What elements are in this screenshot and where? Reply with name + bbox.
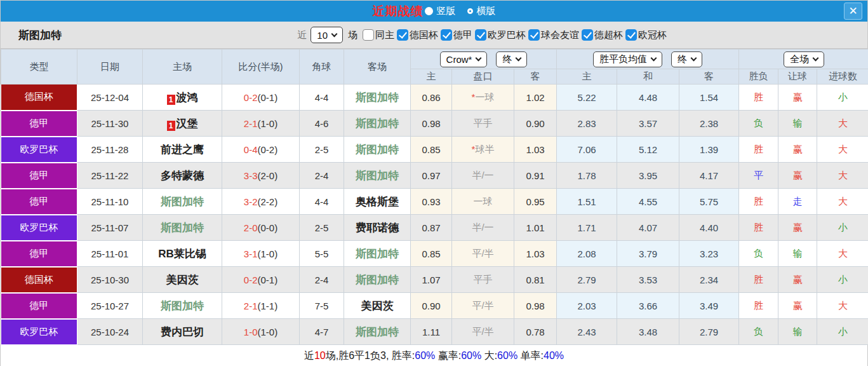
league-filter-label: 德超杯 bbox=[594, 29, 623, 41]
ah-home-odds: 1.11 bbox=[411, 319, 452, 345]
away-team: 斯图加特 bbox=[344, 319, 411, 345]
col-header-home: 主场 bbox=[143, 50, 222, 85]
match-score: 3-1(1-0) bbox=[222, 241, 300, 267]
handicap-text: 平/半 bbox=[472, 326, 493, 337]
ah-home-odds: 1.07 bbox=[411, 267, 452, 293]
halftime-score: (0-2) bbox=[258, 144, 278, 155]
odds-company-select[interactable]: Crow* bbox=[440, 51, 488, 67]
away-team: 斯图加特 bbox=[344, 137, 411, 163]
team-name: 斯图加特 bbox=[18, 28, 62, 43]
handicap-result: 赢 bbox=[778, 267, 817, 293]
fulltime-score: 3-1 bbox=[244, 248, 258, 259]
odds-company-value: Crow* bbox=[446, 54, 472, 65]
corners: 5-5 bbox=[300, 241, 344, 267]
fullmatch-select[interactable]: 全场 bbox=[784, 51, 824, 67]
league-filter-label: 欧罗巴杯 bbox=[488, 29, 526, 41]
same-home-checkbox[interactable] bbox=[363, 29, 374, 41]
fulltime-score: 2-1 bbox=[244, 301, 258, 311]
euro-draw-odds: 3.48 bbox=[617, 319, 679, 345]
match-row: 德国杯25-10-30美因茨0-2(0-1)2-4斯图加特1.07平手0.812… bbox=[1, 267, 868, 293]
handicap-result: 输 bbox=[778, 319, 817, 345]
handicap-result: 输 bbox=[778, 241, 817, 267]
corners: 4-7 bbox=[300, 319, 344, 345]
fullmatch-header-cell: 全场 bbox=[739, 50, 868, 69]
match-score: 3-2(2-2) bbox=[222, 189, 300, 215]
summary-segment: 40% bbox=[544, 350, 564, 361]
chevron-down-icon bbox=[813, 55, 819, 61]
halftime-score: (1-0) bbox=[258, 327, 278, 337]
euro-draw-odds: 3.53 bbox=[617, 267, 679, 293]
recent-count-value: 10 bbox=[317, 30, 328, 41]
euro-draw-odds: 4.48 bbox=[617, 85, 679, 111]
subheader-ah-home: 主 bbox=[411, 69, 452, 85]
away-team-name: 斯图加特 bbox=[356, 118, 399, 130]
fulltime-score: 2-1 bbox=[244, 118, 258, 129]
ah-home-odds: 0.97 bbox=[411, 163, 452, 189]
league-checkbox[interactable] bbox=[528, 29, 540, 41]
ah-home-odds: 0.86 bbox=[411, 85, 452, 111]
euro-draw-odds: 3.79 bbox=[617, 241, 679, 267]
league-filter-label: 欧冠杯 bbox=[638, 29, 667, 41]
fulltime-score: 1-0 bbox=[244, 327, 258, 337]
handicap-time-select[interactable]: 终 bbox=[496, 51, 527, 67]
corners: 2-4 bbox=[300, 163, 344, 189]
euro-away-odds: 4.40 bbox=[679, 215, 739, 241]
league-badge: 欧罗巴杯 bbox=[1, 319, 77, 345]
handicap-text: 球半 bbox=[475, 144, 494, 154]
handicap-time-value: 终 bbox=[502, 53, 512, 65]
handicap-text: 半/一 bbox=[472, 170, 493, 180]
match-row: 德国杯25-12-041波鸿0-2(0-1)4-4斯图加特0.86*一球1.02… bbox=[1, 85, 868, 111]
fulltime-score: 3-3 bbox=[244, 170, 258, 181]
summary-segment: 赢率: bbox=[435, 350, 461, 361]
euro-home-odds: 2.08 bbox=[557, 241, 617, 267]
europe-odds-select[interactable]: 胜平负均值 bbox=[593, 51, 662, 67]
league-filters: 德国杯德甲欧罗巴杯球会友谊德超杯欧冠杯 bbox=[394, 29, 667, 41]
close-button[interactable]: ✕ bbox=[844, 3, 862, 20]
goals-result: 大 bbox=[817, 137, 868, 163]
euro-away-odds: 2.38 bbox=[679, 111, 739, 137]
close-icon: ✕ bbox=[848, 5, 857, 17]
euro-away-odds: 5.75 bbox=[679, 189, 739, 215]
goals-result: 小 bbox=[817, 85, 868, 111]
col-header-corners: 角球 bbox=[300, 50, 344, 85]
league-badge: 德甲 bbox=[1, 293, 77, 319]
match-date: 25-11-01 bbox=[77, 241, 143, 267]
vertical-layout-radio[interactable] bbox=[425, 7, 433, 15]
corners: 2-5 bbox=[300, 137, 344, 163]
ah-home-odds: 0.93 bbox=[411, 189, 452, 215]
europe-time-select[interactable]: 终 bbox=[671, 51, 702, 67]
match-row: 欧罗巴杯25-11-28前进之鹰0-4(0-2)2-5斯图加特0.85*球半1.… bbox=[1, 137, 868, 163]
horizontal-layout-radio[interactable] bbox=[467, 8, 473, 14]
ah-away-odds: 0.81 bbox=[514, 267, 557, 293]
subheader-winloss: 胜负 bbox=[739, 69, 778, 85]
summary-segment: 60% bbox=[461, 350, 481, 361]
handicap-result: 赢 bbox=[778, 293, 817, 319]
league-checkbox[interactable] bbox=[397, 29, 408, 41]
league-checkbox[interactable] bbox=[441, 29, 452, 41]
halftime-score: (1-1) bbox=[258, 301, 278, 311]
ah-handicap: 平手 bbox=[452, 267, 514, 293]
match-row: 德甲25-11-301汉堡2-1(1-0)4-6斯图加特0.98平手0.902.… bbox=[1, 111, 868, 137]
summary-segment: 场,胜6平1负3, 胜率: bbox=[326, 350, 415, 361]
subheader-goals: 进球数 bbox=[817, 69, 868, 85]
euro-home-odds: 5.22 bbox=[557, 85, 617, 111]
handicap-text: 平手 bbox=[474, 118, 493, 128]
home-team: 1波鸿 bbox=[143, 85, 222, 111]
summary-footer: 近10场,胜6平1负3, 胜率:60% 赢率:60% 大:60% 单率:40% bbox=[1, 346, 867, 366]
euro-home-odds: 1.51 bbox=[557, 189, 617, 215]
home-team: 美因茨 bbox=[143, 267, 222, 293]
league-checkbox[interactable] bbox=[582, 29, 593, 41]
subheader-ah-away: 客 bbox=[514, 69, 557, 85]
league-filter-item: 德国杯 bbox=[397, 29, 438, 41]
recent-count-select[interactable]: 10 bbox=[310, 27, 343, 43]
ah-home-odds: 0.87 bbox=[411, 215, 452, 241]
league-checkbox[interactable] bbox=[475, 29, 486, 41]
league-badge: 德甲 bbox=[1, 111, 77, 137]
away-team-name: 斯图加特 bbox=[356, 170, 399, 182]
col-header-date: 日期 bbox=[77, 50, 143, 85]
league-checkbox[interactable] bbox=[625, 29, 637, 41]
ah-away-odds: 0.95 bbox=[514, 189, 557, 215]
handicap-result: 赢 bbox=[778, 163, 817, 189]
home-team-name: 多特蒙德 bbox=[161, 170, 204, 182]
title-group: 近期战绩 竖版 横版 bbox=[373, 3, 496, 20]
